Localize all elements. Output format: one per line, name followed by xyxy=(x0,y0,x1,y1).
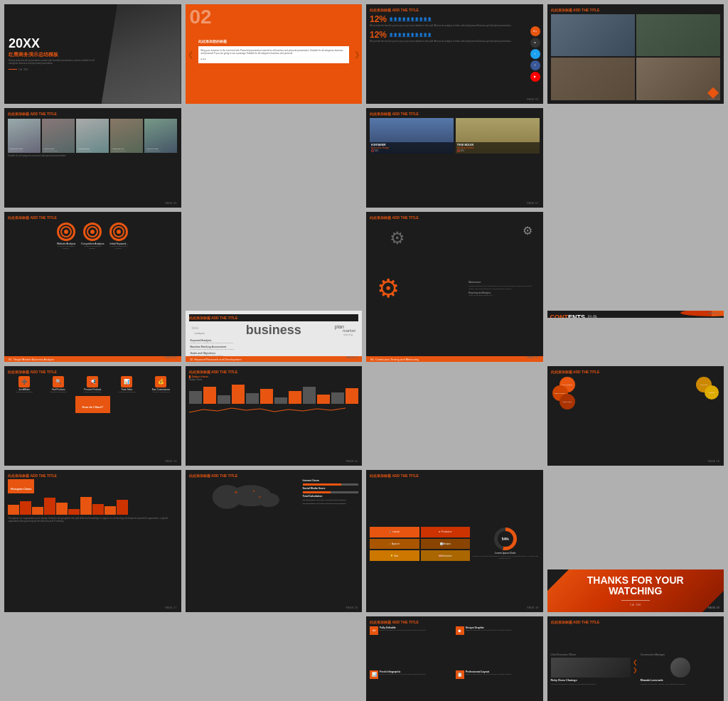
slides-grid: 20XX 红黑商务演示总结模板 Strong and powerful pres… xyxy=(0,0,728,701)
slide9-bottom-bar: 01- Target Market Business Analysis xyxy=(4,356,181,362)
page-num-16: PAGE 16 xyxy=(708,459,719,463)
slide-22[interactable]: Bring your business to the next level wi… xyxy=(186,616,363,701)
page-num-3: PAGE 03 xyxy=(527,97,538,101)
slide4-title: 此处添加标题 ADD THE TITLE xyxy=(551,8,600,12)
slide-8[interactable]: 03 此处添加您的标题 此处添加您的标题 ❮ PAGE 08 xyxy=(547,108,724,208)
thanks-line1: THANKS FOR YOUR xyxy=(587,575,684,586)
slide10-bottom-bar: 02- Keyword Research and Development xyxy=(186,356,363,362)
slide-12[interactable]: CONTENTS 目录 01 此处添加标题 02 此处添加标题 03 此处添加标… xyxy=(547,212,724,363)
histo-label: Histogram Charts xyxy=(11,488,31,491)
slide-6[interactable]: Bring your business to the next level wi… xyxy=(186,108,363,208)
slide-14[interactable]: 此处添加标题 ADD THE TITLE Gadget charts Gadge… xyxy=(186,366,363,466)
slide13-title: 此处添加标题 ADD THE TITLE xyxy=(8,370,57,374)
page-num-7: PAGE 07 xyxy=(527,201,538,205)
slide-4[interactable]: 此处添加标题 ADD THE TITLE PAGE 04 xyxy=(547,4,724,104)
word-big: business xyxy=(246,323,301,338)
slide-13[interactable]: 此处添加标题 ADD THE TITLE ➕ Join Affiliate Po… xyxy=(4,366,181,466)
page-num-17: PAGE 17 xyxy=(165,606,176,609)
stat1: 12% xyxy=(370,14,387,24)
page-num-10: PAGE 10 xyxy=(346,355,358,359)
thanks-line2: WATCHING xyxy=(609,586,662,596)
subtitle-text: Strong and powerful presentation content… xyxy=(9,60,102,65)
slide7-title: 此处添加标题 ADD THE TITLE xyxy=(370,112,419,116)
slide5-sub: Suitable for all categories business and… xyxy=(8,154,66,157)
slide23-title: 此处添加标题 ADD THE TITLE xyxy=(370,620,419,624)
donut-label: Lorem Ipsum Dolor xyxy=(495,552,516,555)
page-num-9: PAGE 09 xyxy=(165,355,176,359)
slide-16[interactable]: 此处添加标题 ADD THE TITLE Core Strategy Sales… xyxy=(547,366,724,466)
page-num-20: PAGE 20 xyxy=(708,606,719,609)
svg-point-2 xyxy=(257,493,279,507)
year-text: 20XX xyxy=(9,37,102,50)
slide14-title: 此处添加标题 ADD THE TITLE xyxy=(189,370,238,374)
svg-point-5 xyxy=(259,496,261,498)
slide-20[interactable]: THANKS FOR YOUR WATCHING C A · XXX PAGE … xyxy=(547,470,724,612)
nav-text: C A · XXX xyxy=(18,68,28,71)
slide19-title: 此处添加标题 ADD THE TITLE xyxy=(370,473,419,478)
page-num-12: PAGE 12 xyxy=(708,311,719,315)
slide-15[interactable]: 04 此处添加您的标题 Bring and believe to the max… xyxy=(366,366,543,466)
slide-19[interactable]: 此处添加标题 ADD THE TITLE 🚀 Launch ⚙ Producti… xyxy=(366,470,543,612)
thanks-sub: C A · XXX xyxy=(630,604,641,606)
slide-23[interactable]: 此处添加标题 ADD THE TITLE ✏ Fully Editable Br… xyxy=(366,616,543,701)
page-num-13: PAGE 13 xyxy=(165,459,176,463)
slide-1[interactable]: 20XX 红黑商务演示总结模板 Strong and powerful pres… xyxy=(4,4,181,104)
nav-arrow-left[interactable]: ❮ xyxy=(188,50,193,58)
slide17-body: Throughout our organization we've always… xyxy=(8,517,178,523)
slide2-body: Bring your business to the next level wi… xyxy=(201,49,347,55)
svg-point-4 xyxy=(252,491,255,493)
slide24-title: 此处添加标题 ADD THE TITLE xyxy=(551,620,600,624)
slide-11[interactable]: 此处添加标题 ADD THE TITLE ⚙ ⚙ ⚙ Maintenance: … xyxy=(366,212,543,363)
page-num-4: PAGE 04 xyxy=(708,97,719,101)
slide-24[interactable]: 此处添加标题 ADD THE TITLE Chief Executive Off… xyxy=(547,616,724,701)
page-num-19: PAGE 19 xyxy=(527,606,538,609)
slide13-btn[interactable]: How do I Start? xyxy=(82,405,103,409)
title-cn: 红黑商务演示总结模板 xyxy=(9,51,102,58)
slide11-bottom-bar: 04- Continuous Testing and Measuring xyxy=(366,356,543,362)
page-num-14: PAGE 14 xyxy=(346,459,358,463)
slide9-title: 此处添加标题 ADD THE TITLE xyxy=(8,215,57,220)
slide-2[interactable]: 02 此处添加您的标题 Bring your business to the n… xyxy=(186,4,363,104)
slide-3[interactable]: 此处添加标题 ADD THE TITLE 12% 👤👤👤👤👤👤👤👤👤👤 We p… xyxy=(366,4,543,104)
slide17-title: 此处添加标题 ADD THE TITLE xyxy=(8,473,57,478)
slide-7[interactable]: 此处添加标题 ADD THE TITLE KONTAINER Automotiv… xyxy=(366,108,543,208)
svg-point-3 xyxy=(235,491,237,493)
slide-10[interactable]: 此处添加标题 ADD THE TITLE business plan analy… xyxy=(186,212,363,363)
page-num-18: PAGE 18 xyxy=(346,606,358,609)
page-num-5: PAGE 05 xyxy=(165,201,176,205)
nav-arrow-right[interactable]: ❯ xyxy=(354,50,360,58)
page-num-11: PAGE 11 xyxy=(527,355,538,359)
slide-9[interactable]: 此处添加标题 ADD THE TITLE Website Analysis Po… xyxy=(4,212,181,363)
slide-18[interactable]: 此处添加标题 ADD THE TITLE Internet Users xyxy=(186,470,363,612)
slide18-title: 此处添加标题 ADD THE TITLE xyxy=(189,473,238,478)
stat2: 12% xyxy=(370,30,387,40)
stat1-desc: We provide the best for you for you to p… xyxy=(370,25,511,28)
donut-stat: 54% xyxy=(502,537,509,541)
slide-17[interactable]: 此处添加标题 ADD THE TITLE Histogram Charts Th… xyxy=(4,470,181,612)
slide-21[interactable]: 01 此处添加您的标题 Bring and believe to the max… xyxy=(4,616,181,701)
slide2-subtitle: 此处添加您的标题 xyxy=(198,39,350,43)
slide10-title: 此处添加标题 ADD THE TITLE xyxy=(189,314,359,321)
slide3-title: 此处添加标题 ADD THE TITLE xyxy=(370,8,419,12)
stat2-desc: We provide the best for you for you to p… xyxy=(370,41,511,43)
slide5-title: 此处添加标题 ADD THE TITLE xyxy=(8,112,57,116)
slide-5[interactable]: 此处添加标题 ADD THE TITLE Landscape photo Lan… xyxy=(4,108,181,208)
